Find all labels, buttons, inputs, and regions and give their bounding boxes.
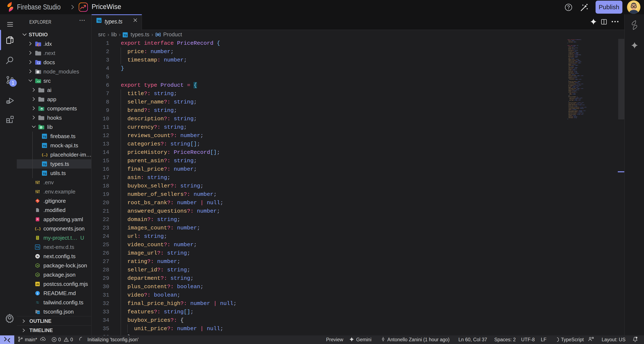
svg-text:TS: TS (98, 19, 101, 23)
svg-text:TS: TS (43, 172, 46, 175)
svg-text:<>: <> (37, 80, 40, 83)
svg-text:JS: JS (36, 283, 39, 285)
svg-text:TS: TS (43, 144, 46, 148)
svg-text:TS: TS (36, 246, 39, 249)
svg-text:JS: JS (36, 274, 39, 276)
svg-text:TS: TS (124, 34, 127, 37)
svg-text:i: i (37, 292, 38, 295)
svg-text:{…}: {…} (35, 227, 40, 231)
svg-text:JS: JS (36, 264, 39, 267)
svg-text:TS: TS (37, 312, 40, 314)
svg-text:TS: TS (43, 135, 46, 138)
svg-text:N: N (36, 255, 38, 258)
svg-text:TS: TS (43, 163, 46, 166)
svg-text:{…}: {…} (42, 153, 48, 157)
